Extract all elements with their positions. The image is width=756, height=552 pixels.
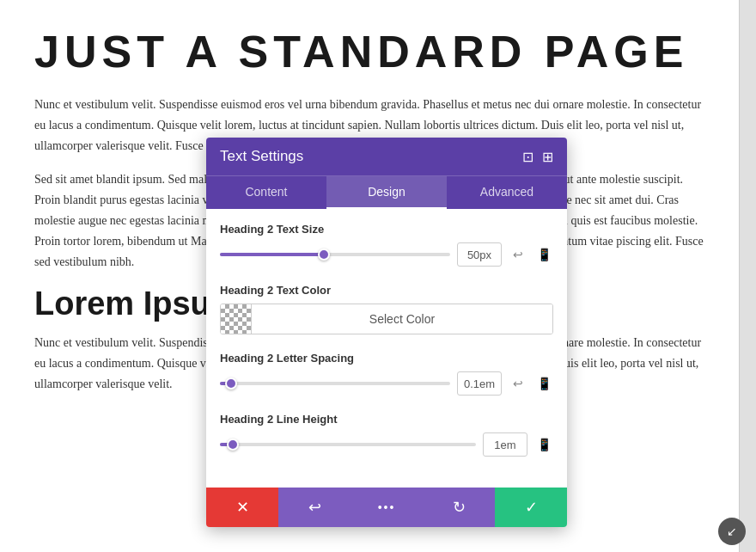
select-color-button[interactable]: Select Color — [252, 304, 552, 334]
text-size-device-icon[interactable]: 📱 — [534, 245, 553, 264]
tab-design[interactable]: Design — [326, 176, 447, 209]
arrow-down-icon: ↙ — [718, 518, 746, 545]
panel-tabs: Content Design Advanced — [206, 175, 567, 209]
redo-button[interactable]: ↻ — [423, 488, 495, 527]
text-size-controls: 50px ↩ 📱 — [220, 242, 553, 267]
reset-button[interactable]: ↩ — [278, 488, 351, 527]
panel-body: Heading 2 Text Size 50px ↩ 📱 Heading 2 T… — [206, 209, 567, 488]
page-title: JUST A STANDARD PAGE — [34, 26, 704, 77]
tab-content[interactable]: Content — [206, 176, 326, 209]
text-settings-panel: Text Settings ⊡ ⊞ Content Design Advance… — [206, 138, 567, 527]
line-height-label: Heading 2 Line Height — [220, 413, 553, 426]
text-size-reset-icon[interactable]: ↩ — [509, 245, 527, 264]
text-size-setting: Heading 2 Text Size 50px ↩ 📱 — [220, 223, 553, 267]
letter-spacing-label: Heading 2 Letter Spacing — [220, 352, 553, 365]
text-color-setting: Heading 2 Text Color Select Color — [220, 284, 553, 334]
line-height-value[interactable]: 1em — [483, 432, 527, 457]
line-height-setting: Heading 2 Line Height 1em 📱 — [220, 413, 553, 457]
text-color-label: Heading 2 Text Color — [220, 284, 553, 297]
text-size-label: Heading 2 Text Size — [220, 223, 553, 236]
letter-spacing-slider[interactable] — [220, 382, 450, 385]
panel-layout-icon[interactable]: ⊞ — [542, 149, 553, 165]
text-size-value[interactable]: 50px — [457, 242, 502, 267]
cancel-button[interactable]: ✕ — [206, 488, 278, 527]
action-bar: ✕ ↩ ••• ↻ ✓ — [206, 488, 567, 527]
line-height-controls: 1em 📱 — [220, 432, 553, 457]
letter-spacing-device-icon[interactable]: 📱 — [534, 374, 553, 393]
letter-spacing-controls: 0.1em ↩ 📱 — [220, 371, 553, 396]
tab-advanced[interactable]: Advanced — [447, 176, 567, 209]
panel-header-icons: ⊡ ⊞ — [522, 149, 553, 165]
text-size-slider[interactable] — [220, 253, 450, 256]
color-checker-icon — [221, 304, 252, 334]
panel-title: Text Settings — [220, 148, 303, 165]
letter-spacing-reset-icon[interactable]: ↩ — [509, 374, 527, 393]
line-height-slider[interactable] — [220, 443, 476, 446]
letter-spacing-value[interactable]: 0.1em — [457, 371, 502, 396]
line-height-device-icon[interactable]: 📱 — [534, 435, 553, 454]
letter-spacing-setting: Heading 2 Letter Spacing 0.1em ↩ 📱 — [220, 352, 553, 396]
panel-expand-icon[interactable]: ⊡ — [522, 149, 533, 165]
color-picker-row: Select Color — [220, 304, 553, 334]
panel-header: Text Settings ⊡ ⊞ — [206, 138, 567, 175]
more-button[interactable]: ••• — [351, 488, 423, 527]
confirm-button[interactable]: ✓ — [495, 488, 567, 527]
